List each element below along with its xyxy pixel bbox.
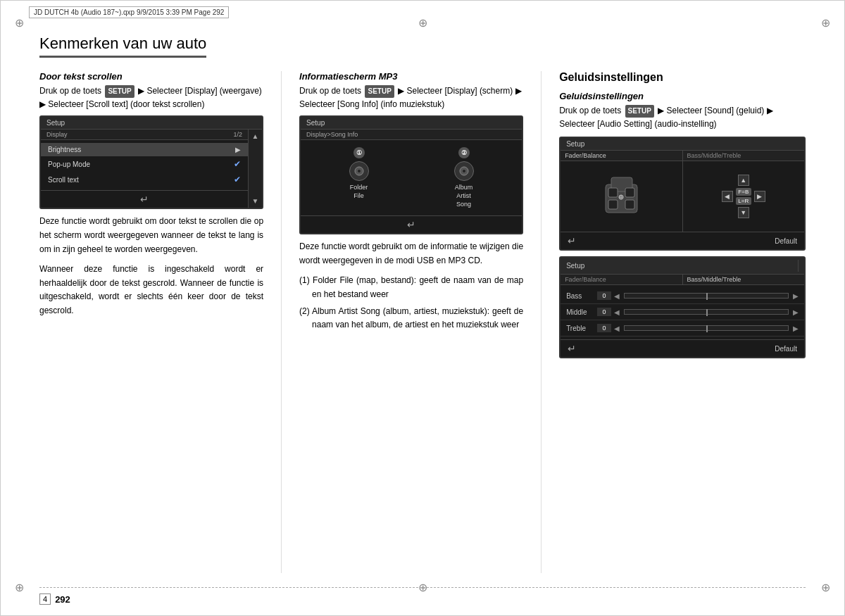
middle-section-title: Informatiescherm MP3 xyxy=(299,71,523,82)
bmt-header: Setup xyxy=(561,258,804,275)
fader-tab-left[interactable]: Fader/Balance xyxy=(561,151,682,161)
main-content: Door tekst scrollen Druk op de toets SET… xyxy=(39,71,806,573)
bmt-nav-left-treble[interactable]: ◀ xyxy=(614,325,620,332)
right-section-title: Geluidsinstellingen xyxy=(559,71,806,84)
top-header: JD DUTCH 4b (Audio 187~).qxp 9/9/2015 3:… xyxy=(29,6,816,18)
mp3-option-2[interactable]: ② AlbumArtistSong xyxy=(454,147,474,208)
bmt-screen: Setup Fader/Balance Bass/Middle/Treble B… xyxy=(559,256,806,358)
left-scrollbar[interactable]: ▲ ▼ xyxy=(248,130,262,208)
right-setup-badge: SETUP xyxy=(625,105,654,118)
bmt-bar-marker-treble xyxy=(706,325,708,332)
row-check-scroll: ✔ xyxy=(234,175,241,184)
bmt-label-bass: Bass xyxy=(566,292,594,300)
list-num-2: (2) xyxy=(299,306,312,316)
car-svg xyxy=(599,170,644,223)
bmt-label-treble: Treble xyxy=(566,325,594,332)
bmt-nav-left-middle[interactable]: ◀ xyxy=(614,308,620,316)
fader-tab-right[interactable]: Bass/Middle/Treble xyxy=(683,151,804,161)
left-setup-screen: Setup Display 1/2 Brightness ▶ xyxy=(39,115,263,209)
bmt-tab-right[interactable]: Bass/Middle/Treble xyxy=(683,275,804,284)
left-body-para1: Deze functie wordt gebruikt om door teks… xyxy=(39,215,263,256)
file-info: JD DUTCH 4b (Audio 187~).qxp 9/9/2015 3:… xyxy=(29,6,229,18)
table-row[interactable]: Pop-up Mode ✔ xyxy=(41,156,248,172)
mp3-option-num-1: ① xyxy=(353,147,365,158)
left-screen-header: Setup xyxy=(41,117,262,130)
right-intro-text2: Selecteer [Sound] (geluid) xyxy=(667,106,765,115)
left-screen-footer: ↵ xyxy=(41,190,248,208)
right-section-subtitle: Geluidsinstellingen xyxy=(559,91,806,101)
fader-tabs: Fader/Balance Bass/Middle/Treble xyxy=(561,151,804,161)
bmt-row-middle: Middle 0 ◀ ▶ xyxy=(561,304,804,320)
fader-back-btn[interactable]: ↵ xyxy=(568,235,576,246)
middle-intro: Druk op de toets SETUP ▶ Selecteer [Disp… xyxy=(299,84,523,111)
divider-mid-right xyxy=(541,71,542,573)
list-item: (1) Folder File (map, bestand): geeft de… xyxy=(299,274,523,302)
svg-point-3 xyxy=(463,170,465,172)
middle-intro-text2: Selecteer [Display] (scherm) xyxy=(407,86,513,96)
bmt-tabs: Fader/Balance Bass/Middle/Treble xyxy=(561,275,804,285)
mp3-option-1[interactable]: ① FolderFile xyxy=(349,147,369,208)
svg-point-1 xyxy=(358,170,361,172)
fader-body: ▲ ◀ F=B L=R ▶ ▼ xyxy=(561,161,804,232)
right-intro-text3: Selecteer [Audio Setting] (audio-instell… xyxy=(559,119,716,129)
bmt-row-treble: Treble 0 ◀ ▶ xyxy=(561,320,804,337)
table-row[interactable]: Brightness ▶ xyxy=(41,143,248,156)
table-row[interactable]: Scroll text ✔ xyxy=(41,172,248,187)
fader-down-btn[interactable]: ▼ xyxy=(738,207,749,218)
page-indicator: 1/2 xyxy=(234,131,243,138)
scroll-down-icon[interactable]: ▼ xyxy=(252,197,259,205)
middle-setup-screen: Setup Display>Song Info ① Fol xyxy=(299,115,523,234)
bmt-nav-right-treble[interactable]: ▶ xyxy=(793,325,799,332)
bmt-value-middle: 0 xyxy=(597,308,611,316)
row-label-scroll: Scroll text xyxy=(48,176,234,184)
page-title-section: Kenmerken van uw auto xyxy=(39,34,806,58)
middle-subheader: Display>Song Info xyxy=(301,130,522,140)
crosshair-tl: ⊕ xyxy=(15,16,24,30)
fader-header: Setup xyxy=(561,138,804,151)
back-icon-middle[interactable]: ↵ xyxy=(407,219,415,230)
bmt-nav-right-bass[interactable]: ▶ xyxy=(793,292,799,300)
scroll-up-icon[interactable]: ▲ xyxy=(252,132,259,140)
bmt-row-bass: Bass 0 ◀ ▶ xyxy=(561,288,804,304)
fader-default-btn[interactable]: Default xyxy=(775,237,797,245)
fader-header-text: Setup xyxy=(566,140,584,148)
row-label-popup: Pop-up Mode xyxy=(48,161,234,168)
bmt-bar-treble xyxy=(624,325,789,331)
left-intro: Druk op de toets SETUP ▶ Selecteer [Disp… xyxy=(39,84,263,111)
bmt-default-btn[interactable]: Default xyxy=(775,345,797,353)
bmt-nav-right-middle[interactable]: ▶ xyxy=(793,308,799,316)
bmt-bar-marker-bass xyxy=(706,293,708,300)
fb-label: F=B xyxy=(736,188,751,196)
left-screen-rows: Brightness ▶ Pop-up Mode ✔ Scroll text ✔ xyxy=(41,140,248,190)
row-label-brightness: Brightness xyxy=(48,146,235,153)
left-arrow2: ▶ xyxy=(39,99,46,109)
middle-body-text: Deze functie wordt gebruikt om de inform… xyxy=(299,240,523,268)
fb-buttons: ◀ F=B L=R ▶ xyxy=(722,188,765,205)
right-intro: Druk op de toets SETUP ▶ Selecteer [Soun… xyxy=(559,104,806,131)
fader-up-btn[interactable]: ▲ xyxy=(738,175,749,186)
bmt-back-btn[interactable]: ↵ xyxy=(568,343,576,354)
mp3-option-text-1: FolderFile xyxy=(350,184,368,200)
mp3-option-icon-1 xyxy=(349,161,369,181)
mp3-option-num-2: ② xyxy=(458,147,470,158)
bmt-nav-left-bass[interactable]: ◀ xyxy=(614,292,620,300)
middle-arrow2: ▶ xyxy=(515,86,522,96)
middle-mp3-body: ① FolderFile ② xyxy=(301,140,522,215)
lr-label: L=R xyxy=(736,197,751,205)
fader-footer: ↵ Default xyxy=(561,232,804,249)
fader-right-btn[interactable]: ▶ xyxy=(754,191,765,202)
page-number-section: 4 292 xyxy=(39,593,70,605)
middle-header-text: Setup xyxy=(306,119,325,127)
fb-labels: F=B L=R xyxy=(736,188,751,205)
crosshair-br: ⊕ xyxy=(821,581,830,594)
left-intro-text3: Selecteer [Scroll text] (door tekst scro… xyxy=(48,99,204,109)
page-title: Kenmerken van uw auto xyxy=(39,34,206,58)
middle-intro-text1: Druk op de toets xyxy=(299,86,361,96)
fader-left-btn[interactable]: ◀ xyxy=(722,191,733,202)
bmt-tab-left[interactable]: Fader/Balance xyxy=(561,275,682,284)
page: ⊕ ⊕ ⊕ ⊕ ⊕ ⊕ JD DUTCH 4b (Audio 187~).qxp… xyxy=(0,0,845,616)
back-icon-left[interactable]: ↵ xyxy=(140,194,149,205)
bmt-label-middle: Middle xyxy=(566,308,594,316)
left-screen-header-text: Setup xyxy=(46,119,65,127)
bmt-bar-bass xyxy=(624,293,789,298)
